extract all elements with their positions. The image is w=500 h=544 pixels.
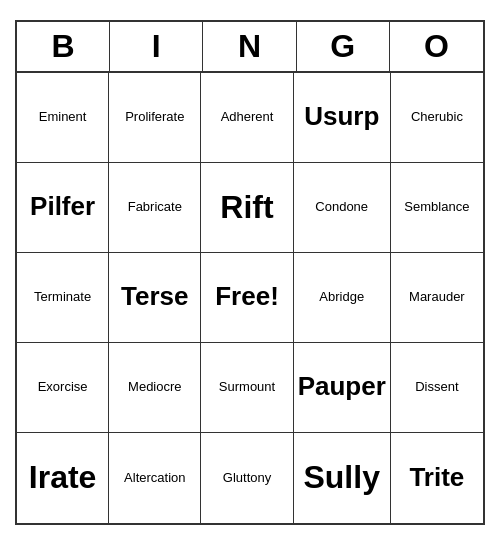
- bingo-cell: Rift: [201, 163, 293, 253]
- bingo-cell: Exorcise: [17, 343, 109, 433]
- bingo-cell: Cherubic: [391, 73, 483, 163]
- bingo-cell: Pilfer: [17, 163, 109, 253]
- header-letter: O: [390, 22, 483, 71]
- bingo-cell: Usurp: [294, 73, 391, 163]
- bingo-grid: EminentProliferateAdherentUsurpCherubicP…: [17, 73, 483, 523]
- bingo-cell: Adherent: [201, 73, 293, 163]
- header-letter: G: [297, 22, 390, 71]
- bingo-cell: Surmount: [201, 343, 293, 433]
- bingo-cell: Irate: [17, 433, 109, 523]
- bingo-cell: Mediocre: [109, 343, 201, 433]
- bingo-cell: Sully: [294, 433, 391, 523]
- bingo-cell: Semblance: [391, 163, 483, 253]
- bingo-cell: Fabricate: [109, 163, 201, 253]
- header-letter: I: [110, 22, 203, 71]
- bingo-header: BINGO: [17, 22, 483, 73]
- bingo-cell: Altercation: [109, 433, 201, 523]
- header-letter: B: [17, 22, 110, 71]
- bingo-card: BINGO EminentProliferateAdherentUsurpChe…: [15, 20, 485, 525]
- bingo-cell: Abridge: [294, 253, 391, 343]
- bingo-cell: Condone: [294, 163, 391, 253]
- bingo-cell: Dissent: [391, 343, 483, 433]
- bingo-cell: Trite: [391, 433, 483, 523]
- bingo-cell: Eminent: [17, 73, 109, 163]
- bingo-cell: Marauder: [391, 253, 483, 343]
- bingo-cell: Terminate: [17, 253, 109, 343]
- bingo-cell: Gluttony: [201, 433, 293, 523]
- bingo-cell: Proliferate: [109, 73, 201, 163]
- header-letter: N: [203, 22, 296, 71]
- bingo-cell: Pauper: [294, 343, 391, 433]
- bingo-cell: Free!: [201, 253, 293, 343]
- bingo-cell: Terse: [109, 253, 201, 343]
